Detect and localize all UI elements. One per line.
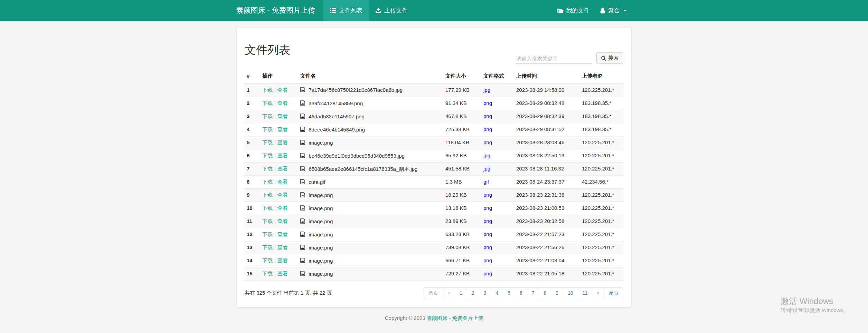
view-link[interactable]: 查看 bbox=[277, 192, 288, 198]
file-format-link[interactable]: png bbox=[483, 139, 492, 145]
download-link[interactable]: 下载 bbox=[262, 205, 273, 211]
file-name-cell: cute.gif bbox=[298, 175, 443, 188]
view-link[interactable]: 查看 bbox=[277, 205, 288, 211]
view-link[interactable]: 查看 bbox=[277, 231, 288, 237]
download-link[interactable]: 下载 bbox=[262, 126, 273, 132]
pagination-item[interactable]: 1 bbox=[455, 287, 467, 299]
download-link[interactable]: 下载 bbox=[262, 113, 273, 119]
search-input[interactable] bbox=[516, 53, 592, 64]
download-link[interactable]: 下载 bbox=[262, 166, 273, 172]
file-format-link[interactable]: jpg bbox=[483, 166, 490, 172]
aggregate-menu[interactable]: 聚合 bbox=[595, 0, 632, 21]
row-actions: 下载|查看 bbox=[260, 241, 298, 254]
pagination-item[interactable]: 8 bbox=[539, 287, 551, 299]
pagination-item[interactable]: 11 bbox=[578, 287, 593, 299]
my-files-link[interactable]: 我的文件 bbox=[552, 0, 595, 21]
pagination-item[interactable]: 3 bbox=[479, 287, 491, 299]
file-name-cell: image.png bbox=[298, 215, 443, 228]
file-format-link[interactable]: png bbox=[483, 192, 492, 198]
download-link[interactable]: 下载 bbox=[262, 87, 273, 93]
file-format-link[interactable]: png bbox=[483, 231, 492, 237]
view-link[interactable]: 查看 bbox=[277, 87, 288, 93]
search-button[interactable]: 搜索 bbox=[596, 52, 623, 64]
file-list-card: 文件列表 搜索 #操作文件名文件大小文件格式上传时间上传者IP 1下载|查看 bbox=[237, 28, 631, 307]
download-link[interactable]: 下载 bbox=[262, 139, 273, 145]
file-format-link[interactable]: png bbox=[483, 218, 492, 224]
upload-time: 2023-08-22 21:05:18 bbox=[513, 267, 579, 280]
image-file-icon bbox=[300, 258, 305, 263]
file-format-link[interactable]: png bbox=[483, 244, 492, 250]
download-link[interactable]: 下载 bbox=[262, 192, 273, 198]
view-link[interactable]: 查看 bbox=[277, 153, 288, 158]
file-size: 13.18 KB bbox=[443, 202, 481, 215]
row-actions: 下载|查看 bbox=[260, 202, 298, 215]
download-link[interactable]: 下载 bbox=[262, 231, 273, 237]
view-link[interactable]: 查看 bbox=[277, 113, 288, 119]
image-file-icon bbox=[300, 140, 305, 145]
file-name: image.png bbox=[309, 271, 333, 277]
download-link[interactable]: 下载 bbox=[262, 100, 273, 106]
view-link[interactable]: 查看 bbox=[277, 100, 288, 106]
download-link[interactable]: 下载 bbox=[262, 244, 273, 250]
file-format-link[interactable]: jpg bbox=[483, 153, 490, 158]
view-link[interactable]: 查看 bbox=[277, 166, 288, 172]
table-row: 8下载|查看 cute.gif1.3 MBgif2023-08-24 23:37… bbox=[244, 175, 624, 188]
pagination-item[interactable]: 7 bbox=[527, 287, 539, 299]
row-index: 1 bbox=[244, 83, 260, 97]
download-link[interactable]: 下载 bbox=[262, 271, 273, 276]
download-link[interactable]: 下载 bbox=[262, 218, 273, 224]
file-format-cell: png bbox=[481, 123, 513, 136]
upload-time: 2023-08-29 08:31:52 bbox=[513, 123, 579, 136]
file-format-link[interactable]: gif bbox=[483, 179, 489, 185]
pagination-item[interactable]: » bbox=[592, 287, 604, 299]
file-name-cell: image.png bbox=[298, 228, 443, 241]
pagination-item[interactable]: 4 bbox=[491, 287, 503, 299]
view-link[interactable]: 查看 bbox=[277, 271, 288, 276]
row-index: 4 bbox=[244, 123, 260, 136]
file-name: image.png bbox=[309, 232, 333, 237]
table-row: 9下载|查看 image.png18.29 KBpng2023-08-23 22… bbox=[244, 188, 624, 202]
file-name-cell: 46dad532e1145907.png bbox=[298, 110, 443, 123]
file-format-link[interactable]: png bbox=[483, 100, 492, 106]
row-actions: 下载|查看 bbox=[260, 149, 298, 162]
brand[interactable]: 素颜图床 - 免费图片上传 bbox=[236, 0, 315, 21]
file-format-link[interactable]: jpg bbox=[483, 87, 490, 93]
view-link[interactable]: 查看 bbox=[277, 244, 288, 250]
view-link[interactable]: 查看 bbox=[277, 179, 288, 185]
pagination: 首页«1234567891011»尾页 bbox=[424, 287, 623, 299]
tab-upload[interactable]: 上传文件 bbox=[369, 0, 414, 21]
download-link[interactable]: 下载 bbox=[262, 179, 273, 185]
file-size: 467.8 KB bbox=[443, 110, 481, 123]
file-format-link[interactable]: png bbox=[483, 126, 492, 132]
file-format-link[interactable]: png bbox=[483, 257, 492, 263]
upload-icon bbox=[376, 8, 381, 13]
view-link[interactable]: 查看 bbox=[277, 257, 288, 263]
pagination-item[interactable]: 9 bbox=[551, 287, 563, 299]
image-file-icon bbox=[300, 153, 305, 158]
file-format-cell: png bbox=[481, 228, 513, 241]
download-link[interactable]: 下载 bbox=[262, 257, 273, 263]
header-row: #操作文件名文件大小文件格式上传时间上传者IP bbox=[244, 69, 624, 83]
pagination-item[interactable]: 2 bbox=[467, 287, 479, 299]
view-link[interactable]: 查看 bbox=[277, 218, 288, 224]
uploader-ip: 120.225.201.* bbox=[579, 254, 624, 267]
row-actions: 下载|查看 bbox=[260, 83, 298, 97]
file-format-link[interactable]: png bbox=[483, 113, 492, 119]
action-separator: | bbox=[273, 205, 277, 211]
download-link[interactable]: 下载 bbox=[262, 153, 273, 158]
pagination-item[interactable]: 6 bbox=[515, 287, 527, 299]
pagination-item[interactable]: 尾页 bbox=[604, 287, 623, 299]
action-separator: | bbox=[273, 126, 277, 132]
copyright-link[interactable]: 素颜图床 - 免费图片上传 bbox=[427, 315, 483, 321]
view-link[interactable]: 查看 bbox=[277, 126, 288, 132]
row-index: 14 bbox=[244, 254, 260, 267]
tab-file-list[interactable]: 文件列表 bbox=[323, 0, 369, 21]
file-size: 91.34 KB bbox=[443, 97, 481, 110]
uploader-ip: 120.225.201.* bbox=[579, 136, 624, 149]
view-link[interactable]: 查看 bbox=[277, 139, 288, 145]
pagination-item[interactable]: 5 bbox=[503, 287, 515, 299]
pagination-item[interactable]: 10 bbox=[563, 287, 578, 299]
file-format-cell: png bbox=[481, 188, 513, 202]
file-format-link[interactable]: png bbox=[483, 205, 492, 211]
file-format-link[interactable]: png bbox=[483, 271, 492, 276]
